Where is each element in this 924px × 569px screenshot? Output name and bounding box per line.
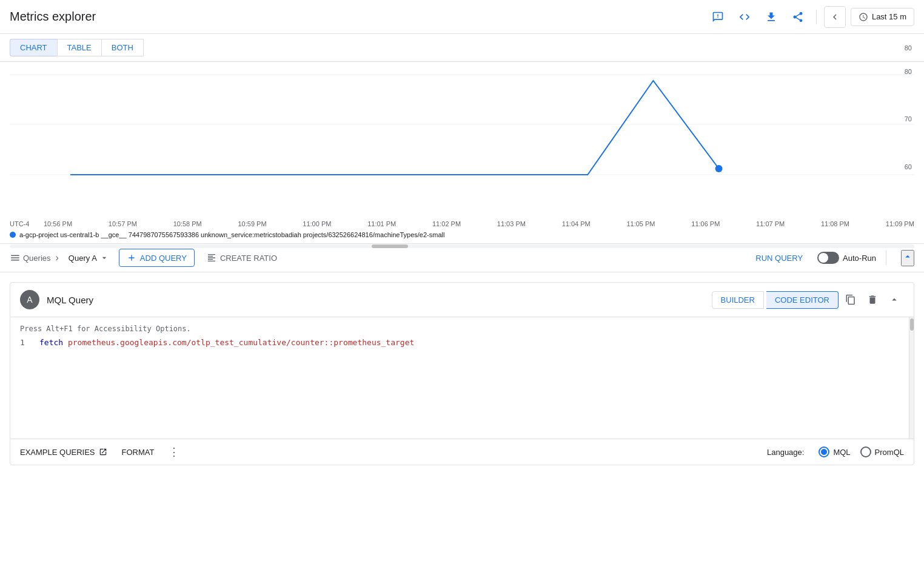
mql-panel-title: MQL Query xyxy=(47,295,705,305)
add-icon xyxy=(127,253,136,263)
panel-footer: EXAMPLE QUERIES FORMAT ⋮ Language: MQL P… xyxy=(10,439,914,465)
language-radio-group: MQL PromQL xyxy=(819,446,904,457)
code-line-1: 1 fetch prometheus.googleapis.com/otlp_t… xyxy=(20,338,904,347)
x-label-10: 11:06 PM xyxy=(691,220,720,227)
collapse-btn[interactable] xyxy=(901,250,914,266)
legend-dot xyxy=(10,232,16,238)
external-link-icon xyxy=(99,448,107,456)
copy-btn[interactable] xyxy=(841,290,860,309)
queries-menu-btn[interactable]: Queries xyxy=(10,252,51,263)
tab-both[interactable]: BOTH xyxy=(101,39,144,56)
ratio-icon xyxy=(207,253,216,263)
chart-datapoint xyxy=(715,165,723,172)
code-editor-btn[interactable]: CODE EDITOR xyxy=(766,291,839,309)
code-icon xyxy=(738,11,751,23)
x-label-1: 10:57 PM xyxy=(109,220,137,227)
clock-icon xyxy=(859,12,868,22)
toolbar-divider xyxy=(886,251,886,265)
run-query-btn[interactable]: RUN QUERY xyxy=(746,250,812,266)
x-label-12: 11:08 PM xyxy=(821,220,849,227)
promql-radio-label: PromQL xyxy=(875,448,904,457)
x-label-4: 11:00 PM xyxy=(303,220,331,227)
create-ratio-btn[interactable]: CREATE RATIO xyxy=(199,249,284,266)
format-btn[interactable]: FORMAT xyxy=(122,448,155,457)
legend-text: a-gcp-project us-central1-b __gce__ 7447… xyxy=(19,231,444,238)
collapse-panel-btn[interactable] xyxy=(885,290,904,309)
share-icon xyxy=(792,11,804,23)
code-keyword: fetch xyxy=(39,338,63,347)
dropdown-icon xyxy=(99,253,109,263)
x-time-labels: 10:56 PM 10:57 PM 10:58 PM 10:59 PM 11:0… xyxy=(44,220,914,227)
y-label-70: 70 xyxy=(905,115,912,123)
more-options-btn[interactable]: ⋮ xyxy=(169,445,179,459)
download-icon-btn[interactable] xyxy=(760,6,782,28)
x-label-7: 11:03 PM xyxy=(497,220,526,227)
mql-header-actions: BUILDER CODE EDITOR xyxy=(712,290,904,309)
header-divider xyxy=(816,10,817,24)
time-range-label: Last 15 m xyxy=(872,12,906,21)
chevron-left-icon xyxy=(829,12,840,22)
query-name: Query A xyxy=(69,254,97,263)
editor-scrollbar-thumb[interactable] xyxy=(910,318,914,331)
chart-legend: a-gcp-project us-central1-b __gce__ 7447… xyxy=(10,227,914,243)
editor-scrollbar[interactable] xyxy=(909,317,914,439)
query-avatar: A xyxy=(20,290,39,309)
chart-scrollbar-thumb[interactable] xyxy=(372,244,408,248)
mql-radio[interactable]: MQL xyxy=(819,446,850,457)
x-label-13: 11:09 PM xyxy=(886,220,914,227)
copy-icon xyxy=(845,294,856,305)
toggle-knob xyxy=(819,253,828,263)
expand-less-icon xyxy=(889,294,900,305)
menu-icon xyxy=(10,252,21,263)
share-icon-btn[interactable] xyxy=(787,6,809,28)
back-btn[interactable] xyxy=(824,6,846,28)
y-label-60: 60 xyxy=(905,163,912,170)
x-tz-label: UTC-4 xyxy=(10,220,44,227)
x-labels-row: UTC-4 10:56 PM 10:57 PM 10:58 PM 10:59 P… xyxy=(10,219,914,227)
x-label-2: 10:58 PM xyxy=(173,220,202,227)
x-label-6: 11:02 PM xyxy=(432,220,461,227)
mql-radio-label: MQL xyxy=(833,448,850,457)
delete-btn[interactable] xyxy=(863,290,882,309)
code-editor-area[interactable]: Press Alt+F1 for Accessibility Options. … xyxy=(10,317,914,439)
chevron-right-icon: › xyxy=(56,252,59,263)
header-actions: Last 15 m xyxy=(707,6,914,28)
time-range-btn[interactable]: Last 15 m xyxy=(851,8,914,26)
x-label-11: 11:07 PM xyxy=(756,220,785,227)
tab-table[interactable]: TABLE xyxy=(57,39,101,56)
query-toolbar: Queries › Query A ADD QUERY CREATE RATIO… xyxy=(0,244,924,272)
example-queries-label: EXAMPLE QUERIES xyxy=(20,448,95,457)
x-label-3: 10:59 PM xyxy=(238,220,266,227)
example-queries-btn[interactable]: EXAMPLE QUERIES xyxy=(20,448,107,457)
code-url: prometheus.googleapis.com/otlp_test_cumu… xyxy=(68,338,414,347)
app-header: Metrics explorer Last 15 m xyxy=(0,0,924,34)
auto-run-label: Auto-Run xyxy=(843,254,876,263)
auto-run-toggle[interactable]: Auto-Run xyxy=(817,252,876,264)
tab-chart[interactable]: CHART xyxy=(10,39,57,56)
chart-svg xyxy=(10,72,914,217)
x-label-8: 11:04 PM xyxy=(562,220,591,227)
view-tabs-bar: CHART TABLE BOTH 80 xyxy=(0,34,924,62)
promql-radio[interactable]: PromQL xyxy=(860,446,904,457)
feedback-icon-btn[interactable] xyxy=(707,6,729,28)
query-selector[interactable]: Query A xyxy=(64,251,114,265)
chevron-up-icon xyxy=(902,251,913,262)
toggle-switch[interactable] xyxy=(817,252,839,264)
mql-panel: A MQL Query BUILDER CODE EDITOR Press Al… xyxy=(10,282,914,465)
chart-scrollbar-track[interactable] xyxy=(10,244,914,248)
settings-icon-btn[interactable] xyxy=(734,6,755,28)
app-title: Metrics explorer xyxy=(10,10,96,24)
builder-btn[interactable]: BUILDER xyxy=(712,291,764,309)
y-max-label: 80 xyxy=(144,44,914,52)
add-query-btn[interactable]: ADD QUERY xyxy=(119,249,195,267)
y-label-80: 80 xyxy=(905,68,912,75)
promql-radio-circle xyxy=(860,446,871,457)
add-query-label: ADD QUERY xyxy=(140,254,187,263)
line-number: 1 xyxy=(20,338,30,347)
x-label-9: 11:05 PM xyxy=(626,220,655,227)
queries-label-text: Queries xyxy=(23,254,51,263)
language-label: Language: xyxy=(767,448,804,457)
x-label-5: 11:01 PM xyxy=(367,220,396,227)
x-label-0: 10:56 PM xyxy=(44,220,72,227)
download-icon xyxy=(765,11,777,23)
